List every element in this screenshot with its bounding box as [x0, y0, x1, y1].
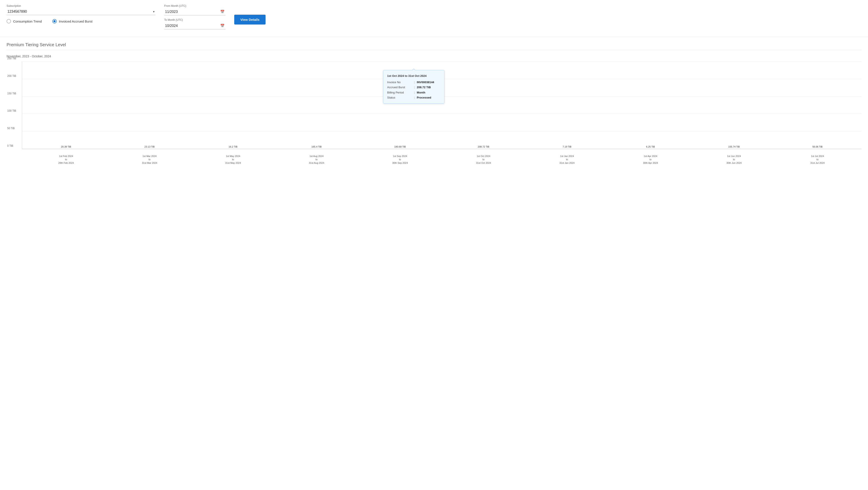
subscription-select[interactable]: 1234567890 ▾	[6, 8, 155, 15]
bar-group[interactable]: 20.39 TiB1st Feb 2024to29th Feb 2024	[60, 145, 72, 149]
subscription-value: 1234567890	[7, 10, 27, 13]
y-axis-label: 150 TiB	[7, 92, 16, 95]
from-month-field: From Month (UTC) 11/2023 📅	[164, 4, 225, 15]
radio-circle-invoiced	[52, 19, 57, 24]
bar-group[interactable]: 23.13 TiB1st Mar 2024to31st Mar 2024	[144, 145, 156, 149]
from-month-calendar-icon[interactable]: 📅	[220, 10, 225, 14]
top-row: Subscription 1234567890 ▾ Consumption Tr…	[6, 4, 862, 32]
section-title: Premium Tiering Service Level	[6, 42, 862, 47]
y-axis-label: 100 TiB	[7, 109, 16, 112]
radio-circle-consumption	[6, 19, 11, 24]
y-axis-label: 200 TiB	[7, 74, 16, 78]
chart-area: 250 TiB200 TiB150 TiB100 TiB50 TiB0 TiB2…	[22, 62, 862, 149]
section-divider	[6, 50, 862, 50]
to-month-input[interactable]: 10/2024 📅	[164, 22, 225, 29]
radio-label-consumption: Consumption Trend	[13, 20, 42, 23]
section-title-blue: Premium Tiering	[6, 42, 38, 47]
main-section: Premium Tiering Service Level November, …	[0, 37, 868, 172]
bar-x-label: 1st May 2024to31st May 2024	[225, 155, 241, 165]
bar-value-label: 20.39 TiB	[61, 145, 71, 148]
to-month-value: 10/2024	[165, 24, 220, 28]
y-axis-label: 50 TiB	[7, 127, 15, 130]
bar-value-label: 7.19 TiB	[563, 145, 571, 148]
bar-value-label: 190.68 TiB	[394, 145, 406, 148]
bar-group[interactable]: 56.06 TiB1st Jul 2024to31st Jul 2024	[811, 145, 824, 149]
from-month-label: From Month (UTC)	[164, 4, 225, 7]
top-section: Subscription 1234567890 ▾ Consumption Tr…	[0, 0, 868, 37]
to-month-field: To Month (UTC) 10/2024 📅	[164, 19, 225, 29]
y-axis-label: 0 TiB	[7, 144, 13, 147]
bar-value-label: 6.25 TiB	[646, 145, 655, 148]
y-axis-label: 250 TiB	[7, 57, 16, 60]
radio-consumption[interactable]: Consumption Trend	[6, 19, 42, 24]
bar-x-label: 1st Sep 2024to30th Sep 2024	[392, 155, 408, 165]
section-title-gray: Service Level	[40, 42, 66, 47]
bar-group[interactable]: 155.74 TiB1st Jun 2024to30th Jun 2024	[728, 145, 740, 149]
view-details-button[interactable]: View Details	[234, 15, 266, 25]
bars-row: 20.39 TiB1st Feb 2024to29th Feb 202423.1…	[22, 62, 862, 149]
bar-group[interactable]: 165.4 TiB1st Aug 2024to31st Aug 2024	[310, 145, 323, 149]
chart-date-range: November, 2023 - October, 2024	[6, 55, 862, 58]
bar-value-label: 16.2 TiB	[228, 145, 237, 148]
bar-x-label: 1st Aug 2024to31st Aug 2024	[309, 155, 324, 165]
bar-group[interactable]: 6.25 TiB1st Apr 2024to30th Apr 2024	[644, 145, 656, 149]
subscription-label: Subscription	[6, 4, 155, 7]
dropdown-arrow-icon: ▾	[153, 10, 155, 13]
to-month-calendar-icon[interactable]: 📅	[220, 24, 225, 28]
radio-row: Consumption Trend Invoiced Accrued Burst	[6, 19, 155, 24]
bar-x-label: 1st Jun 2024to30th Jun 2024	[726, 155, 742, 165]
bar-x-label: 1st Jul 2024to31st Jul 2024	[810, 155, 825, 165]
bar-x-label: 1st Apr 2024to30th Apr 2024	[643, 155, 658, 165]
bar-x-label: 1st Mar 2024to31st Mar 2024	[142, 155, 157, 165]
bar-group[interactable]: 7.19 TiB1st Jan 2024to31st Jan 2024	[561, 145, 573, 149]
bar-x-label: 1st Feb 2024to29th Feb 2024	[58, 155, 74, 165]
bar-value-label: 56.06 TiB	[812, 145, 823, 148]
bar-x-label: 1st Jan 2024to31st Jan 2024	[559, 155, 575, 165]
subscription-group: Subscription 1234567890 ▾ Consumption Tr…	[6, 4, 155, 24]
from-month-input[interactable]: 11/2023 📅	[164, 8, 225, 15]
date-group: From Month (UTC) 11/2023 📅 To Month (UTC…	[164, 4, 225, 32]
bar-group[interactable]: 208.72 TiB1st Oct 2024to31st Oct 2024	[477, 145, 490, 149]
bar-value-label: 155.74 TiB	[728, 145, 740, 148]
to-month-label: To Month (UTC)	[164, 19, 225, 22]
bar-group[interactable]: 190.68 TiB1st Sep 2024to30th Sep 2024	[394, 145, 406, 149]
bar-x-label: 1st Oct 2024to31st Oct 2024	[476, 155, 491, 165]
radio-invoiced[interactable]: Invoiced Accrued Burst	[52, 19, 92, 24]
bar-group[interactable]: 16.2 TiB1st May 2024to31st May 2024	[227, 145, 239, 149]
bar-value-label: 208.72 TiB	[478, 145, 489, 148]
bar-value-label: 165.4 TiB	[312, 145, 321, 148]
radio-label-invoiced: Invoiced Accrued Burst	[59, 20, 92, 23]
bar-value-label: 23.13 TiB	[145, 145, 155, 148]
chart-container: 250 TiB200 TiB150 TiB100 TiB50 TiB0 TiB2…	[6, 62, 862, 166]
from-month-value: 11/2023	[165, 10, 220, 14]
